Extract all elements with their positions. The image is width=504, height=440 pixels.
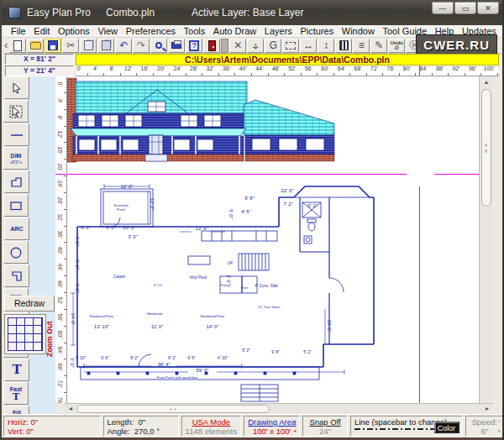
print-icon[interactable] bbox=[168, 39, 185, 53]
copy-icon[interactable] bbox=[80, 39, 97, 53]
svg-text:6' 0": 6' 0" bbox=[81, 225, 91, 230]
help-icon[interactable]: ? bbox=[186, 39, 202, 53]
menu-file[interactable]: File bbox=[11, 26, 26, 36]
h-ruler-label: 56' bbox=[305, 65, 312, 71]
y-coordinate-readout: Y = 21' 4" bbox=[5, 65, 74, 76]
svg-text:5' 6": 5' 6" bbox=[75, 259, 80, 270]
select-area-tool[interactable] bbox=[3, 100, 29, 123]
horizontal-ruler: 0'4'8'12'16'20'24'28'32'36'40'44'48'52'5… bbox=[76, 65, 499, 76]
color-button[interactable]: Color bbox=[434, 422, 459, 433]
svg-text:Front Porch with wood floor: Front Porch with wood floor bbox=[157, 375, 198, 380]
wall-tool[interactable] bbox=[4, 265, 29, 287]
svg-text:13' 4": 13' 4" bbox=[196, 226, 208, 231]
line-style-icon[interactable]: ≡ bbox=[353, 39, 370, 53]
drawing-canvas[interactable]: 12' 0"12' 0"ScreenedPorch20' 0"6' 0"6' 0… bbox=[67, 76, 479, 403]
minimize-button[interactable]: — bbox=[432, 2, 454, 14]
v-ruler-label: 0' bbox=[57, 81, 63, 86]
h-ruler-label: 32' bbox=[207, 65, 214, 71]
paste-icon[interactable] bbox=[97, 39, 114, 53]
h-ruler-label: 24' bbox=[174, 65, 181, 71]
menu-layers[interactable]: Layers bbox=[265, 26, 292, 36]
stretch-vertical-icon[interactable]: ↕ bbox=[318, 39, 334, 53]
svg-text:20' 0": 20' 0" bbox=[123, 225, 136, 230]
menu-view[interactable]: View bbox=[97, 26, 118, 36]
usa-mode-link[interactable]: USA Mode bbox=[186, 417, 238, 427]
v-ruler-label: 48' bbox=[57, 280, 63, 288]
select-box-icon[interactable] bbox=[282, 39, 299, 53]
horizontal-scrollbar[interactable]: ◂ ‹ › ▸ bbox=[65, 403, 493, 414]
save-icon[interactable] bbox=[45, 39, 61, 53]
h-ruler-label: 84' bbox=[419, 65, 427, 71]
zoom-icon[interactable] bbox=[150, 39, 167, 53]
file-path-bar: C:\Users\Artem\Documents\EPP\Data\Combo.… bbox=[76, 54, 499, 65]
menu-auto-draw[interactable]: Auto Draw bbox=[213, 26, 256, 36]
stretch-horizontal-icon[interactable]: ↔ bbox=[300, 39, 317, 53]
maximize-button[interactable]: ▭ bbox=[454, 2, 476, 14]
speed-minus-button[interactable]: - bbox=[496, 417, 502, 424]
arc-tool[interactable]: ARC bbox=[4, 217, 29, 240]
select-tool[interactable] bbox=[4, 76, 29, 99]
menu-pictures[interactable]: Pictures bbox=[300, 26, 333, 36]
v-ruler-label: 40' bbox=[57, 247, 63, 254]
h-ruler-label: 60' bbox=[321, 65, 328, 71]
drawing-area-panel: Drawing Area 100' x 100' - + bbox=[244, 416, 300, 437]
undo-zero-icon[interactable]: Undo∅ bbox=[388, 39, 405, 53]
line-style-panel[interactable]: Line (spacebar to change) Color bbox=[350, 416, 463, 437]
length-label: Length: bbox=[108, 417, 134, 427]
text-tool[interactable]: T bbox=[4, 359, 29, 381]
area-plus-button[interactable]: + bbox=[291, 428, 298, 435]
h-ruler-label: 72' bbox=[370, 65, 378, 71]
fast-text-tool[interactable]: FastT bbox=[3, 382, 29, 405]
menu-preferences[interactable]: Preferences bbox=[126, 26, 176, 36]
speed-plus-button[interactable]: + bbox=[496, 428, 502, 435]
svg-text:4' 0": 4' 0" bbox=[75, 283, 80, 293]
h-ruler-label: 12' bbox=[124, 65, 132, 71]
svg-text:Hardwood: Hardwood bbox=[147, 312, 162, 316]
menu-edit[interactable]: Edit bbox=[34, 26, 50, 36]
scroll-up-icon[interactable]: ▲ bbox=[480, 76, 492, 87]
toolbar: ‹ ✂↶↷?✕↔↕G↔↕≡✎Undo∅Ⓚ CWER.RU bbox=[3, 38, 504, 54]
exit-door-icon[interactable] bbox=[203, 39, 220, 53]
h-ruler-label: 48' bbox=[272, 65, 280, 71]
close-button[interactable]: ✕ bbox=[477, 2, 499, 14]
new-icon[interactable] bbox=[9, 39, 26, 53]
scroll-right-icon[interactable]: ▸ bbox=[482, 405, 492, 413]
menu-tools[interactable]: Tools bbox=[184, 26, 206, 36]
columns-icon[interactable] bbox=[335, 39, 352, 53]
draw-order-icon[interactable]: ✎ bbox=[370, 39, 387, 53]
floor-plan-drawing: 12' 0"12' 0"ScreenedPorch20' 0"6' 0"6' 0… bbox=[67, 76, 479, 403]
drawing-area-link[interactable]: Drawing Area bbox=[248, 417, 296, 427]
rectangle-tool[interactable] bbox=[3, 194, 29, 217]
redraw-button[interactable]: Redraw bbox=[4, 296, 55, 312]
grid-button[interactable] bbox=[4, 314, 46, 354]
svg-text:5' 0": 5' 0" bbox=[228, 209, 234, 219]
delete-icon[interactable]: ✕ bbox=[229, 39, 246, 53]
h-ruler-label: 76' bbox=[386, 65, 394, 71]
vertical-scroll-thumb[interactable]: ∧∨ bbox=[481, 89, 491, 207]
open-icon[interactable] bbox=[27, 39, 44, 53]
move-icon[interactable]: ↔↕ bbox=[247, 39, 264, 53]
angle-label: Angle: bbox=[108, 427, 130, 436]
watermark: CWER.RU bbox=[416, 34, 497, 55]
toolbar-chevron-icon[interactable]: ‹ bbox=[4, 39, 8, 51]
length-angle-panel: Length: 0" Angle: 270,0 ° bbox=[103, 416, 179, 437]
menu-options[interactable]: Options bbox=[58, 26, 90, 36]
svg-text:14' 0": 14' 0" bbox=[71, 313, 76, 326]
area-minus-button[interactable]: - bbox=[291, 417, 298, 424]
zoom-out-label[interactable]: Zoom Out bbox=[45, 314, 55, 364]
scroll-left-icon[interactable]: ◂ bbox=[66, 405, 76, 413]
length-value: 0" bbox=[139, 417, 146, 427]
horizontal-scroll-thumb[interactable]: ‹ › bbox=[76, 405, 270, 413]
snap-link[interactable]: Snap Off bbox=[307, 417, 344, 427]
titlebar: Easy Plan Pro Combo.pln Active Layer: Ba… bbox=[2, 0, 504, 25]
rotate-icon[interactable]: G bbox=[265, 39, 281, 53]
circle-tool[interactable] bbox=[3, 241, 29, 264]
line-tool[interactable] bbox=[4, 123, 29, 146]
polygon-tool[interactable] bbox=[4, 170, 29, 193]
cut-icon[interactable]: ✂ bbox=[62, 39, 79, 53]
menu-window[interactable]: Window bbox=[342, 26, 375, 36]
undo-icon[interactable]: ↶ bbox=[115, 39, 132, 53]
vertical-scrollbar[interactable]: ▲ ∧∨ bbox=[479, 76, 492, 403]
redo-icon[interactable]: ↷ bbox=[133, 39, 150, 53]
dimension-tool[interactable]: DIM«5'0"» bbox=[3, 147, 29, 170]
